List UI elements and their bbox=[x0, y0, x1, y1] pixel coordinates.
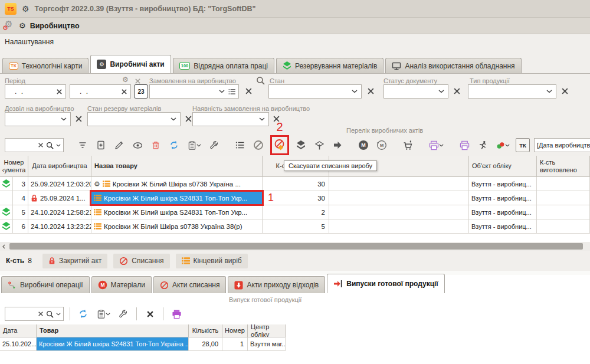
state-clear-icon[interactable] bbox=[367, 87, 375, 95]
col-qty-made[interactable]: К-сть виготовлено bbox=[537, 156, 590, 177]
tab-production-acts[interactable]: ⚙ Виробничі акти bbox=[90, 55, 171, 73]
order-combobox[interactable] bbox=[149, 84, 239, 99]
menu-settings[interactable]: Налаштування bbox=[5, 38, 54, 46]
permission-clear-icon[interactable] bbox=[75, 115, 83, 123]
gear-icon: ⚙ bbox=[22, 5, 30, 13]
forward-button[interactable] bbox=[330, 137, 345, 153]
period-gear-icon[interactable]: ⚙ bbox=[122, 76, 129, 83]
product-type-combobox[interactable] bbox=[468, 84, 556, 99]
torgsoft-logo-icon: TS bbox=[5, 3, 17, 15]
search-icon[interactable] bbox=[256, 76, 265, 85]
reserve-clear-icon[interactable] bbox=[185, 115, 192, 123]
tab-finished-product-releases[interactable]: Випуски готової продукції bbox=[327, 274, 445, 293]
delete-row-button[interactable] bbox=[143, 306, 157, 322]
permission-combobox[interactable] bbox=[5, 112, 71, 126]
return-layer-button[interactable] bbox=[312, 137, 326, 153]
sort-combobox[interactable]: [Дата виробництва] (п bbox=[534, 138, 590, 152]
table-row[interactable]: 6 24.10.2024 13:23:22 Кросівки Ж Білий Ш… bbox=[0, 219, 590, 234]
scroll-left-icon[interactable] bbox=[2, 244, 6, 249]
final-product-icon bbox=[103, 180, 110, 188]
col-product[interactable]: Товар bbox=[37, 324, 189, 337]
chevron-down-icon bbox=[439, 144, 444, 147]
report-button[interactable] bbox=[185, 137, 203, 153]
clear-icon[interactable] bbox=[38, 142, 44, 148]
clear-icon[interactable] bbox=[56, 88, 63, 95]
filter-button[interactable] bbox=[76, 137, 90, 153]
status-bar: К-сть8 Закритий акт Списання Кінцевий ви… bbox=[0, 251, 590, 271]
clear-icon[interactable] bbox=[38, 311, 44, 317]
horizontal-scrollbar[interactable] bbox=[0, 242, 590, 251]
state-combobox[interactable] bbox=[268, 84, 362, 99]
col-production-date[interactable]: Дата виробництва bbox=[28, 156, 91, 177]
selected-product-cell[interactable]: Кросівки Ж Білий шкіра S24831 Топ-Топ Ук… bbox=[37, 337, 189, 351]
search-icon[interactable] bbox=[46, 142, 54, 149]
cart-button[interactable] bbox=[401, 137, 415, 153]
table-row[interactable]: 3 25.09.2024 12:03:20 ⚙ Кросівки Ж Білий… bbox=[0, 177, 590, 191]
chevron-down-icon bbox=[438, 90, 444, 93]
status-dots-button[interactable] bbox=[494, 137, 512, 153]
order-clear-icon[interactable] bbox=[245, 87, 253, 95]
list-select-icon[interactable] bbox=[228, 88, 236, 96]
acts-panel-caption: Перелік виробничих актів bbox=[346, 127, 423, 134]
product-type-clear-icon[interactable] bbox=[561, 87, 569, 95]
table-row[interactable]: 5 24.10.2024 12:58:21 Кросівки Ж Білий ш… bbox=[0, 205, 590, 219]
delete-button[interactable] bbox=[149, 137, 163, 153]
print-button[interactable] bbox=[169, 306, 183, 322]
clear-icon[interactable] bbox=[121, 88, 127, 95]
col-date[interactable]: Дата bbox=[0, 324, 37, 337]
doc-status-clear-icon[interactable] bbox=[453, 87, 461, 95]
run-button[interactable] bbox=[476, 137, 490, 153]
doc-status-combobox[interactable] bbox=[384, 84, 448, 99]
tab-materials[interactable]: М Матеріали bbox=[91, 276, 152, 293]
refresh-button[interactable] bbox=[76, 306, 90, 322]
reserve-state-combobox[interactable] bbox=[87, 112, 181, 126]
acts-search-input[interactable] bbox=[5, 138, 64, 152]
list-button[interactable] bbox=[233, 137, 247, 153]
releases-search-input[interactable] bbox=[5, 307, 64, 321]
col-doc-number[interactable]: Номер‹умента bbox=[0, 156, 28, 177]
col-number[interactable]: Номер bbox=[222, 324, 248, 337]
table-row-selected[interactable]: 25.10.202... Кросівки Ж Білий шкіра S248… bbox=[0, 337, 286, 351]
tab-material-reservation[interactable]: Резервування матеріалів bbox=[276, 58, 384, 73]
period-clear-icon[interactable] bbox=[135, 78, 141, 84]
add-document-button[interactable] bbox=[94, 137, 108, 153]
module-bar: ⚙⚙ ⚙ Виробництво bbox=[0, 18, 590, 34]
tab-tech-cards[interactable]: ТК Технологічні карти bbox=[2, 58, 88, 73]
print-button[interactable] bbox=[427, 137, 445, 153]
tools-button[interactable] bbox=[207, 137, 221, 153]
tab-waste-income-acts[interactable]: Акти приходу відходів bbox=[228, 276, 325, 293]
tk-button[interactable]: ТК bbox=[516, 138, 530, 152]
tools-button[interactable] bbox=[116, 306, 130, 322]
cancel-writeoff-annotation-box: 2 Скасувати списання виробу bbox=[270, 135, 289, 155]
selected-product-cell[interactable]: Кросівки Ж Білий шкіра S24831 Топ-Топ Ук… bbox=[91, 191, 263, 205]
releases-toolbar bbox=[0, 304, 590, 324]
writeoff-layers-button[interactable] bbox=[294, 137, 308, 153]
search-icon[interactable] bbox=[46, 310, 54, 318]
date-from-field[interactable]: . . bbox=[5, 84, 66, 99]
date-to-field[interactable]: . . bbox=[70, 84, 131, 99]
view-button[interactable] bbox=[130, 137, 145, 153]
order-presence-combobox[interactable] bbox=[192, 112, 269, 126]
col-accounting-object[interactable]: Об'єкт обліку bbox=[469, 156, 537, 177]
materials-return-button[interactable]: М bbox=[375, 137, 389, 153]
scrollbar-thumb[interactable] bbox=[9, 243, 583, 250]
final-product-icon bbox=[94, 222, 101, 230]
print-preview-button[interactable] bbox=[457, 137, 471, 153]
col-center[interactable]: Центр обліку bbox=[248, 324, 286, 337]
materials-button[interactable]: М bbox=[356, 137, 371, 153]
tab-equipment-analysis[interactable]: Аналіз використання обладнання bbox=[385, 58, 521, 73]
edit-button[interactable] bbox=[112, 137, 126, 153]
report-button[interactable] bbox=[94, 306, 112, 322]
cancel-button[interactable] bbox=[251, 137, 266, 153]
materials-icon: М bbox=[98, 280, 107, 290]
cancel-writeoff-button[interactable] bbox=[273, 137, 287, 153]
tab-production-operations[interactable]: Виробничі операції bbox=[1, 276, 90, 293]
refresh-button[interactable] bbox=[167, 137, 181, 153]
tab-piecework-pay[interactable]: 100 Відрядна оплата праці bbox=[173, 58, 274, 73]
calendar-button[interactable]: 23 bbox=[134, 84, 148, 99]
tab-writeoff-acts[interactable]: Акти списання bbox=[153, 276, 227, 293]
cancel-icon bbox=[160, 281, 169, 290]
table-row-selected[interactable]: 4 25.09.2024 1... Кросівки Ж Білий шкіра… bbox=[0, 191, 590, 205]
col-quantity[interactable]: Кількість bbox=[189, 324, 222, 337]
col-product-name[interactable]: Назва товару bbox=[91, 156, 263, 177]
